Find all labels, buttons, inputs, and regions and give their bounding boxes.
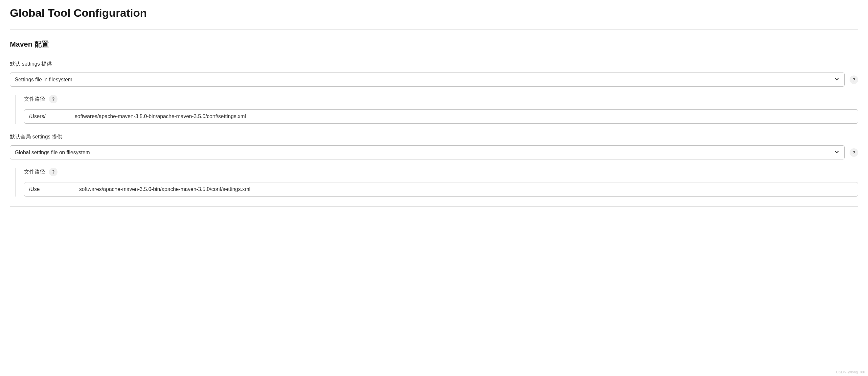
section-divider [10, 29, 858, 30]
default-global-settings-filepath-label: 文件路径 [24, 169, 45, 175]
default-global-settings-filepath-label-row: 文件路径 ? [24, 168, 858, 176]
maven-section-title: Maven 配置 [10, 39, 858, 49]
help-icon[interactable]: ? [49, 168, 58, 176]
default-global-settings-label: 默认全局 settings 提供 [10, 134, 858, 140]
default-global-settings-select-row: Global settings file on filesystem ? [10, 145, 858, 160]
default-global-settings-select[interactable]: Global settings file on filesystem [10, 145, 845, 160]
default-global-settings-filepath-block: 文件路径 ? [15, 168, 858, 197]
page-title: Global Tool Configuration [10, 6, 858, 20]
default-global-settings-group: 默认全局 settings 提供 Global settings file on… [10, 134, 858, 197]
default-global-settings-filepath-input[interactable] [24, 182, 858, 197]
default-settings-label: 默认 settings 提供 [10, 61, 858, 68]
bottom-divider [10, 206, 858, 207]
default-global-settings-select-wrapper: Global settings file on filesystem [10, 145, 845, 160]
default-settings-select-row: Settings file in filesystem ? [10, 72, 858, 87]
default-settings-filepath-block: 文件路径 ? [15, 95, 858, 124]
help-icon[interactable]: ? [49, 95, 58, 103]
default-settings-filepath-label-row: 文件路径 ? [24, 95, 858, 103]
default-settings-select-wrapper: Settings file in filesystem [10, 72, 845, 87]
help-icon[interactable]: ? [849, 75, 858, 84]
default-settings-filepath-input[interactable] [24, 109, 858, 124]
default-settings-filepath-label: 文件路径 [24, 96, 45, 103]
default-settings-group: 默认 settings 提供 Settings file in filesyst… [10, 61, 858, 124]
help-icon[interactable]: ? [849, 148, 858, 157]
default-settings-select[interactable]: Settings file in filesystem [10, 72, 845, 87]
